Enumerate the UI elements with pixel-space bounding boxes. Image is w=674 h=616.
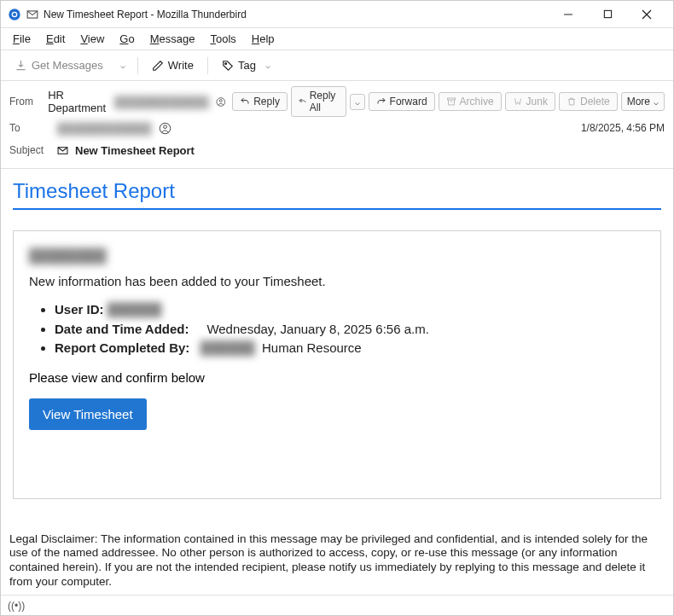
legal-disclaimer: Legal Disclaimer: The information contai… — [9, 532, 665, 590]
svg-rect-5 — [604, 10, 611, 17]
titlebar: New Timesheet Report - Mozilla Thunderbi… — [1, 1, 673, 28]
to-label: To — [9, 122, 50, 134]
minimize-button[interactable] — [549, 3, 588, 26]
more-button[interactable]: More ⌵ — [621, 92, 665, 111]
message-headers: From HR Department ████████████ Reply Re… — [1, 81, 673, 169]
contact-icon[interactable] — [216, 96, 226, 108]
title-divider — [13, 208, 661, 210]
statusbar: ((•)) — [1, 595, 673, 615]
archive-button[interactable]: Archive — [439, 92, 502, 111]
toolbar: Get Messages ⌵ Write Tag ⌵ — [1, 50, 673, 81]
menubar: File Edit View Go Message Tools Help — [1, 28, 673, 50]
menu-file[interactable]: File — [6, 30, 38, 48]
tag-icon — [222, 60, 234, 72]
contact-icon[interactable] — [159, 122, 171, 135]
menu-message[interactable]: Message — [143, 30, 202, 48]
from-address-hidden: ████████████ — [114, 96, 209, 108]
report-card: ████████ New information has been added … — [13, 230, 661, 499]
svg-point-13 — [163, 125, 166, 128]
tag-button[interactable]: Tag ⌵ — [215, 54, 282, 77]
forward-button[interactable]: Forward — [369, 92, 435, 111]
confirm-text: Please view and confirm below — [29, 370, 645, 385]
menu-edit[interactable]: Edit — [39, 30, 72, 48]
get-messages-button[interactable]: Get Messages — [8, 55, 110, 75]
reply-icon — [240, 96, 250, 107]
menu-help[interactable]: Help — [245, 30, 282, 48]
recipient-name-hidden: ████████ — [29, 248, 645, 264]
forward-icon — [376, 96, 386, 107]
svg-point-8 — [225, 62, 227, 64]
menu-tools[interactable]: Tools — [203, 30, 242, 48]
from-label: From — [9, 96, 41, 108]
timestamp: 1/8/2025, 4:56 PM — [581, 122, 665, 134]
download-icon — [15, 59, 27, 72]
completed-row: Report Completed By: ██████ Human Resour… — [55, 339, 645, 358]
to-address-hidden: ████████████ — [57, 122, 152, 135]
separator — [137, 57, 138, 74]
reply-dropdown[interactable]: ⌵ — [350, 94, 365, 110]
reply-all-button[interactable]: Reply All — [291, 86, 346, 117]
chevron-down-icon: ⌵ — [260, 57, 276, 73]
status-icon: ((•)) — [8, 600, 25, 612]
user-id-row: User ID: ██████ — [55, 300, 645, 320]
separator — [207, 57, 208, 74]
junk-icon — [513, 96, 523, 107]
detail-list: User ID: ██████ Date and Time Added: Wed… — [55, 300, 645, 358]
menu-go[interactable]: Go — [113, 30, 141, 48]
datetime-row: Date and Time Added: Wednesday, January … — [55, 320, 645, 340]
svg-point-10 — [219, 99, 222, 102]
envelope-icon — [26, 9, 38, 20]
intro-text: New information has been added to your T… — [29, 274, 645, 288]
envelope-icon — [57, 145, 68, 156]
delete-button[interactable]: Delete — [559, 92, 618, 111]
write-button[interactable]: Write — [145, 55, 200, 75]
reply-all-icon — [299, 96, 306, 107]
view-timesheet-button[interactable]: View Timesheet — [29, 398, 147, 430]
app-icon — [8, 8, 21, 21]
trash-icon — [567, 96, 577, 107]
from-value: HR Department — [48, 89, 107, 114]
maximize-button[interactable] — [588, 3, 627, 26]
menu-view[interactable]: View — [73, 30, 111, 48]
archive-icon — [446, 96, 456, 107]
subject-value: New Timesheet Report — [75, 144, 195, 157]
subject-label: Subject — [9, 144, 50, 156]
svg-rect-11 — [447, 98, 455, 100]
junk-button[interactable]: Junk — [505, 92, 555, 111]
close-button[interactable] — [627, 3, 666, 26]
svg-point-2 — [13, 13, 16, 16]
window-title: New Timesheet Report - Mozilla Thunderbi… — [44, 9, 247, 20]
get-messages-dropdown[interactable]: ⌵ — [115, 57, 131, 73]
pencil-icon — [152, 60, 164, 72]
report-title: Timesheet Report — [13, 179, 661, 206]
reply-button[interactable]: Reply — [232, 92, 288, 111]
